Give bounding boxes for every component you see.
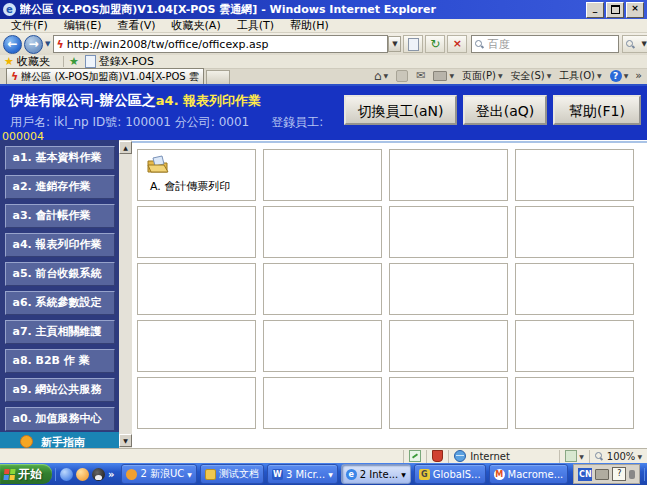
print-caret-icon[interactable]: ▼: [449, 72, 454, 79]
sidebar-item-a2[interactable]: a2. 進銷存作業: [5, 175, 115, 199]
sidebar-item-a3[interactable]: a3. 會計帳作業: [5, 204, 115, 228]
quick-launch-qq-icon[interactable]: [92, 468, 105, 481]
favorites-button[interactable]: 收藏夹: [17, 54, 50, 69]
sidebar-item-a0[interactable]: a0. 加值服務中心: [5, 407, 115, 431]
printer-tray-icon[interactable]: [595, 469, 609, 480]
back-button[interactable]: ←: [3, 35, 22, 54]
sidebar-item-a1[interactable]: a1. 基本資料作業: [5, 146, 115, 170]
grid-cell[interactable]: [389, 149, 508, 201]
task-button-globalscape[interactable]: G GlobalS...: [414, 464, 486, 484]
switch-employee-button[interactable]: 切換員工(aN): [344, 95, 457, 125]
sidebar-footer-guide[interactable]: 新手指南: [0, 432, 119, 448]
command-overflow-button[interactable]: »: [632, 69, 645, 82]
grid-cell[interactable]: [389, 377, 508, 429]
protected-mode-pane[interactable]: ▼: [559, 450, 589, 463]
address-input[interactable]: ϟ http://win2008/tw/office/officexp.asp: [53, 35, 388, 53]
address-dropdown-button[interactable]: ▼: [388, 36, 401, 52]
grid-cell[interactable]: [389, 320, 508, 372]
print-button[interactable]: ▼: [429, 71, 458, 81]
forward-button[interactable]: →: [24, 35, 43, 54]
tab-bar: ϟ 辦公區 (X-POS加盟商)V1.04[X-POS 雲通網] ⌂▼ ✉ ▼ …: [0, 69, 647, 86]
task-button-sina-uc[interactable]: 2 新浪UC ▼: [121, 464, 196, 484]
grid-cell[interactable]: [263, 206, 382, 258]
language-indicator[interactable]: CN: [578, 468, 592, 481]
grid-cell[interactable]: [515, 377, 634, 429]
help-button[interactable]: 幫助(F1): [553, 95, 641, 125]
menu-help[interactable]: 帮助(H): [282, 19, 337, 32]
grid-cell[interactable]: [389, 263, 508, 315]
grid-cell[interactable]: A. 會計傳票列印: [137, 149, 256, 201]
zoom-control[interactable]: 100% ▼: [589, 450, 647, 463]
scroll-down-icon[interactable]: ▼: [119, 434, 132, 447]
sidebar-item-a4[interactable]: a4. 報表列印作業: [5, 233, 115, 257]
quick-launch-overflow-icon[interactable]: »: [108, 469, 114, 480]
task-button-test-docs[interactable]: 测试文档: [200, 464, 264, 484]
compatibility-view-button[interactable]: [403, 35, 423, 53]
ime-options-icon[interactable]: [629, 470, 635, 479]
zone-caret-icon: ▼: [579, 453, 584, 460]
grid-cell[interactable]: [137, 206, 256, 258]
tab-active[interactable]: ϟ 辦公區 (X-POS加盟商)V1.04[X-POS 雲通網]: [6, 68, 204, 84]
recent-pages-caret-icon[interactable]: ▼: [45, 40, 50, 48]
url-text[interactable]: http://win2008/tw/office/officexp.asp: [67, 38, 386, 51]
search-input[interactable]: 百度: [471, 35, 619, 53]
sidebar-item-a9[interactable]: a9. 網站公共服務: [5, 378, 115, 402]
help-caret-icon: ▼: [624, 72, 629, 79]
grid-cell[interactable]: [515, 263, 634, 315]
home-caret-icon[interactable]: ▼: [384, 72, 389, 79]
task-button-ie[interactable]: e 2 Inte... ▼: [341, 464, 411, 484]
tools-menu-button[interactable]: 工具(O)▼: [555, 69, 605, 83]
grid-cell[interactable]: [263, 149, 382, 201]
grid-cell[interactable]: [137, 377, 256, 429]
sidebar-item-a7[interactable]: a7. 主頁相關維護: [5, 320, 115, 344]
stop-button[interactable]: ×: [447, 35, 467, 53]
add-favorite-icon[interactable]: ★: [69, 55, 79, 68]
sidebar-item-a5[interactable]: a5. 前台收銀系統: [5, 262, 115, 286]
menu-file[interactable]: 文件(F): [3, 19, 56, 32]
grid-cell[interactable]: [263, 320, 382, 372]
quick-launch-messenger-icon[interactable]: [60, 468, 73, 481]
page-menu-button[interactable]: 页面(P)▼: [458, 69, 506, 83]
start-button[interactable]: 开始: [0, 464, 52, 484]
sidebar-item-a8[interactable]: a8. B2B 作 業: [5, 349, 115, 373]
grid-cell[interactable]: [137, 320, 256, 372]
site-favicon-icon: ϟ: [56, 38, 63, 51]
grid-cell[interactable]: [263, 377, 382, 429]
menu-view[interactable]: 查看(V): [109, 19, 163, 32]
close-button[interactable]: ×: [626, 2, 644, 18]
favorite-link-xpos-login[interactable]: 登錄X-POS: [99, 54, 154, 69]
task-button-macromedia[interactable]: M Macrome...: [489, 464, 569, 484]
grid-cell[interactable]: [515, 320, 634, 372]
grid-cell[interactable]: [263, 263, 382, 315]
grid-cell[interactable]: [515, 149, 634, 201]
sidebar-scrollbar[interactable]: ▲ ▼: [119, 140, 132, 448]
menu-favorites[interactable]: 收藏夹(A): [164, 19, 229, 32]
logout-button[interactable]: 登出(aQ): [463, 95, 547, 125]
menu-edit[interactable]: 编辑(E): [56, 19, 110, 32]
menu-tools[interactable]: 工具(T): [229, 19, 282, 32]
grid-item-label[interactable]: A. 會計傳票列印: [150, 179, 230, 194]
search-go-button[interactable]: ▼: [622, 35, 647, 53]
minimize-button[interactable]: _: [586, 2, 604, 18]
grid-cell[interactable]: [137, 263, 256, 315]
grid-cell[interactable]: [515, 206, 634, 258]
task-button-word[interactable]: W 3 Micr... ▼: [267, 464, 338, 484]
grid-cell[interactable]: [389, 206, 508, 258]
quick-launch-uc-icon[interactable]: [76, 468, 89, 481]
new-tab-button[interactable]: [206, 70, 230, 84]
help-menu-button[interactable]: ?▼: [606, 70, 633, 82]
refresh-button[interactable]: ↻: [425, 35, 445, 53]
home-button[interactable]: ⌂▼: [370, 69, 392, 83]
feeds-button[interactable]: [392, 70, 412, 82]
read-mail-button[interactable]: ✉: [412, 69, 429, 82]
restore-button[interactable]: [606, 2, 624, 18]
ie-window: e 辦公區 (X-POS加盟商)V1.04[X-POS 雲通網] - Windo…: [0, 0, 647, 485]
employee-id: 000004: [2, 130, 44, 140]
scroll-up-icon[interactable]: ▲: [119, 141, 132, 154]
safety-menu-button[interactable]: 安全(S)▼: [507, 69, 556, 83]
menu-bar: 文件(F) 编辑(E) 查看(V) 收藏夹(A) 工具(T) 帮助(H): [0, 19, 647, 33]
search-options-caret-icon[interactable]: ▼: [641, 40, 646, 48]
sidebar-item-a6[interactable]: a6. 系統參數設定: [5, 291, 115, 315]
help-icon: ?: [610, 70, 622, 82]
help-tray-icon[interactable]: ?: [612, 467, 626, 481]
